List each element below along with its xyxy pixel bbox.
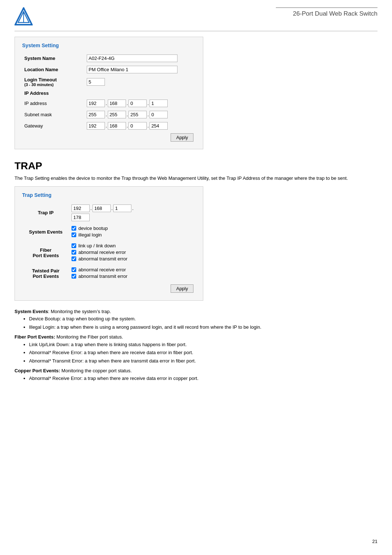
system-events-list: Device Bootup: a trap when booting up th… — [29, 315, 341, 331]
subnet-mask-cell: . . . — [85, 109, 196, 120]
fiber-event-abnormal-receive: abnormal receive error — [72, 250, 193, 255]
system-apply-row: Apply — [22, 131, 196, 143]
gateway-inputs: . . . — [87, 122, 193, 130]
illegal-login-label: illegal login — [78, 232, 102, 238]
system-name-label: System Name — [22, 53, 85, 64]
system-name-cell — [85, 53, 196, 64]
trap-ip-row: Trap IP . . . — [22, 202, 196, 223]
device-bootup-checkbox[interactable] — [72, 226, 76, 231]
copper-events-info-title: Copper Port Events: — [15, 368, 60, 373]
gateway-label: Gateway — [22, 120, 85, 131]
system-name-row: System Name — [22, 53, 196, 64]
gateway-sep-3: . — [147, 123, 149, 129]
login-timeout-label: Login Timeout — [24, 77, 82, 82]
location-name-cell — [85, 64, 196, 75]
trap-ip-octet-4[interactable] — [72, 214, 90, 221]
product-title: 26-Port Dual Web Rack Switch — [276, 7, 377, 17]
fiber-events-info: Fiber Port Events: Monitoring the Fiber … — [15, 333, 341, 341]
twisted-pair-label-main: Twisted Pair — [32, 268, 60, 274]
subnet-sep-3: . — [147, 112, 149, 117]
trap-ip-octet-1[interactable] — [72, 204, 90, 212]
ip-address-row: IP address . . . — [22, 98, 196, 109]
subnet-octet-4[interactable] — [150, 111, 168, 118]
login-timeout-sublabel: (3 - 30 minutes) — [24, 82, 82, 87]
system-setting-title: System Setting — [22, 42, 196, 48]
fiber-events-info-title: Fiber Port Events: — [15, 334, 55, 340]
ip-octet-4[interactable] — [150, 100, 168, 107]
login-timeout-cell — [85, 75, 196, 89]
gateway-sep-1: . — [106, 123, 107, 129]
trap-setting-title: Trap Setting — [22, 192, 196, 198]
trap-ip-sep-3: . — [132, 206, 134, 211]
tp-abnormal-transmit-label: abnormal transmit error — [78, 274, 127, 279]
system-events-row: System Events device bootup illegal logi… — [22, 223, 196, 241]
fiber-label-main: Fiber — [40, 247, 52, 253]
subnet-mask-label: Subnet mask — [22, 109, 85, 120]
system-event-illegal-login: illegal login — [72, 232, 193, 238]
fiber-port-events-cell: link up / link down abnormal receive err… — [69, 241, 196, 265]
twisted-pair-abnormal-receive: abnormal receive error — [72, 267, 193, 272]
link-up-down-label: link up / link down — [78, 243, 116, 248]
trap-apply-cell: Apply — [22, 282, 196, 295]
device-bootup-label: device bootup — [78, 226, 108, 231]
fiber-abnormal-receive-checkbox[interactable] — [72, 250, 76, 255]
ip-address-section-label: IP Address — [22, 89, 196, 98]
twisted-pair-events-row: Twisted Pair Port Events abnormal receiv… — [22, 265, 196, 282]
system-name-input[interactable] — [87, 54, 177, 62]
fiber-event-link-up-down: link up / link down — [72, 243, 193, 248]
twisted-pair-events-cell: abnormal receive error abnormal transmit… — [69, 265, 196, 282]
tp-abnormal-receive-label: abnormal receive error — [78, 267, 126, 272]
system-events-info-title: System Events — [15, 309, 48, 314]
tp-abnormal-receive-checkbox[interactable] — [72, 267, 76, 272]
ip-address-inputs: . . . — [87, 100, 193, 107]
copper-events-list: Abnormal* Receive Error: a trap when the… — [29, 375, 341, 382]
system-events-info: System Events: Monitoring the system’s t… — [15, 308, 341, 316]
info-section: System Events: Monitoring the system’s t… — [15, 308, 341, 382]
tp-abnormal-transmit-checkbox[interactable] — [72, 274, 76, 279]
trap-apply-button[interactable]: Apply — [171, 284, 193, 293]
trap-ip-octet-3[interactable] — [113, 204, 131, 212]
subnet-octet-3[interactable] — [128, 111, 147, 118]
trap-ip-cell: . . . — [69, 202, 196, 223]
ip-octet-1[interactable] — [87, 100, 105, 107]
twisted-pair-abnormal-transmit: abnormal transmit error — [72, 274, 193, 279]
location-name-input[interactable] — [87, 66, 177, 73]
subnet-mask-inputs: . . . — [87, 111, 193, 118]
ip-octet-3[interactable] — [128, 100, 147, 107]
system-apply-cell: Apply — [22, 131, 196, 143]
gateway-octet-4[interactable] — [150, 122, 168, 130]
system-events-info-desc: : Monitoring the system’s trap. — [48, 309, 111, 314]
subnet-sep-2: . — [127, 112, 128, 117]
login-timeout-input[interactable] — [87, 78, 105, 86]
fiber-port-events-row: Fiber Port Events link up / link down ab… — [22, 241, 196, 265]
fiber-label-sub: Port Events — [33, 253, 59, 258]
system-events-label: System Events — [22, 223, 69, 241]
system-event-device-bootup: device bootup — [72, 226, 193, 231]
trap-ip-last-row — [72, 214, 193, 221]
ip-sep-1: . — [106, 101, 107, 106]
gateway-cell: . . . — [85, 120, 196, 131]
gateway-octet-2[interactable] — [108, 122, 126, 130]
illegal-login-checkbox[interactable] — [72, 232, 76, 237]
ip-sep-3: . — [147, 101, 149, 106]
location-name-row: Location Name — [22, 64, 196, 75]
list-item: Abnormal* Receive Error: a trap when the… — [29, 349, 341, 357]
system-setting-form: System Name Location Name Login Timeout … — [22, 53, 196, 143]
trap-ip-octet-2[interactable] — [93, 204, 111, 212]
fiber-events-info-desc: Monitoring the Fiber port status. — [55, 334, 123, 340]
subnet-sep-1: . — [106, 112, 107, 117]
link-up-down-checkbox[interactable] — [72, 243, 76, 248]
location-name-label: Location Name — [22, 64, 85, 75]
subnet-octet-2[interactable] — [108, 111, 126, 118]
gateway-octet-1[interactable] — [87, 122, 105, 130]
ip-sep-2: . — [127, 101, 128, 106]
trap-title: TRAP — [15, 160, 377, 172]
system-apply-button[interactable]: Apply — [171, 133, 193, 142]
trap-setting-form: Trap IP . . . System — [22, 202, 196, 295]
fiber-abnormal-transmit-checkbox[interactable] — [72, 256, 76, 261]
subnet-octet-1[interactable] — [87, 111, 105, 118]
list-item: Device Bootup: a trap when booting up th… — [29, 315, 341, 323]
fiber-event-abnormal-transmit: abnormal transmit error — [72, 256, 193, 262]
ip-octet-2[interactable] — [108, 100, 126, 107]
gateway-octet-3[interactable] — [128, 122, 147, 130]
